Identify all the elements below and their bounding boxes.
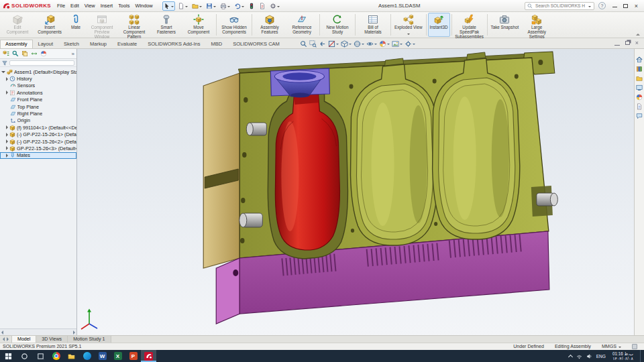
taskbar-solidworks-icon[interactable] [141,350,156,362]
select-cursor-button[interactable] [162,1,175,11]
doc-minimize-icon[interactable] [614,41,620,46]
tree-item-right-plane[interactable]: Right Plane [0,110,76,117]
tab-evaluate[interactable]: Evaluate [112,40,142,48]
tree-item-part-gp-p22-1[interactable]: (-) GP-P22-15-26<1> (Default<<D [0,131,76,138]
taskbar-powerpoint-icon[interactable]: P [125,350,141,362]
hidden-icons-chevron[interactable] [568,354,573,359]
save-button[interactable] [205,1,217,11]
undo-button[interactable] [233,1,246,11]
menu-edit[interactable]: Edit [68,3,82,9]
task-view-button[interactable] [32,350,48,362]
tab-markup[interactable]: Markup [85,40,112,48]
assembly-features-button[interactable]: Assembly Features [254,13,286,37]
language-indicator[interactable]: ENG [596,354,606,359]
taskbar-excel-icon[interactable]: X [110,350,125,362]
displaymanager-tab[interactable] [40,50,47,58]
start-button[interactable] [0,350,16,362]
menu-tools[interactable]: Tools [115,3,132,9]
menu-insert[interactable]: Insert [98,3,115,9]
take-snapshot-button[interactable]: Take Snapshot [489,13,521,37]
tree-item-origin[interactable]: Origin [0,117,76,124]
taskbar-search-button[interactable] [16,350,32,362]
custom-properties-tab[interactable] [636,103,643,110]
network-icon[interactable] [576,353,582,359]
view-orientation-button[interactable] [341,40,352,48]
update-speedpak-button[interactable]: Update SpeedPak Subassemblies [453,13,486,37]
section-view-button[interactable] [328,40,339,48]
tab-assembly[interactable]: Assembly [0,40,33,48]
maximize-button[interactable] [621,1,631,10]
doc-restore-icon[interactable] [625,41,630,45]
zoom-fit-button[interactable] [300,40,307,48]
file-explorer-tab[interactable] [636,74,643,82]
dimxpertmanager-tab[interactable] [30,50,38,58]
tree-item-assembly-root[interactable]: Assem1 (Default<Display State-1>) [0,68,76,75]
tab-solidworks-cam[interactable]: SOLIDWORKS CAM [227,40,285,48]
show-desktop-button[interactable] [640,350,643,362]
new-motion-study-button[interactable]: New Motion Study [321,13,354,37]
featuremanager-tree-tab[interactable] [2,50,9,58]
guide-pin-lower-left[interactable] [239,213,263,227]
new-document-button[interactable] [176,1,189,11]
tree-item-history[interactable]: History [0,75,76,82]
scroll-right-icon[interactable] [73,330,75,335]
close-button[interactable]: × [631,1,641,10]
solidworks-forum-tab[interactable] [636,112,643,119]
mate-button[interactable]: Mate [66,13,86,37]
reference-geometry-button[interactable]: Reference Geometry [286,13,318,37]
doc-close-icon[interactable]: × [635,40,639,46]
appearances-scenes-tab[interactable] [636,93,643,101]
tree-item-front-plane[interactable]: Front Plane [0,97,76,103]
component-preview-window-button[interactable]: Component Preview Window [86,13,118,37]
tab-mbd[interactable]: MBD [206,40,228,48]
previous-view-button[interactable] [319,40,326,48]
rebuild-button[interactable] [247,1,256,11]
options-button[interactable] [268,1,281,11]
help-search-box[interactable] [525,2,594,10]
tab-motion-study-1[interactable]: Motion Study 1 [68,336,111,343]
view-tab-scroll[interactable] [0,336,12,343]
graphics-viewport[interactable] [77,49,634,335]
home-tab[interactable] [636,56,643,63]
tab-3d-views[interactable]: 3D Views [36,336,68,343]
design-library-tab[interactable] [636,65,643,72]
tab-model[interactable]: Model [12,336,36,343]
taskbar-clock[interactable]: 01:16 ب.ظ ۱۴۰۴/۰۶/۰۸ [610,351,636,361]
quick-tips-icon[interactable] [632,344,637,349]
tree-item-part-gp-p22-2[interactable]: (-) GP-P22-15-26<2> (Default<<D [0,138,76,145]
large-assembly-settings-button[interactable]: Large Assembly Settings [521,13,553,37]
help-search-input[interactable] [534,3,586,9]
menu-view[interactable]: View [82,3,98,9]
tree-item-part-gp-p22-3[interactable]: GP-P22-15-26<3> (Default<<Def [0,145,76,152]
apply-scene-button[interactable] [392,40,402,48]
edit-component-button[interactable]: Edit Component [1,13,34,37]
insert-components-button[interactable]: Insert Components [34,13,66,37]
taskbar-word-icon[interactable]: W [95,350,110,362]
view-palette-tab[interactable] [636,84,643,91]
guide-pin-right[interactable] [531,186,558,217]
tree-item-mates[interactable]: Mates [0,152,76,159]
bill-of-materials-button[interactable]: Bill of Materials [357,13,389,37]
tree-item-sensors[interactable]: Sensors [0,82,76,89]
volume-icon[interactable] [586,353,592,359]
search-scope-caret[interactable] [588,6,591,9]
units-selector[interactable]: MMGS [602,344,621,349]
minimize-button[interactable] [610,1,620,10]
print-button[interactable] [219,1,231,11]
linear-component-pattern-button[interactable]: Linear Component Pattern [118,13,150,37]
tree-item-top-plane[interactable]: Top Plane [0,103,76,110]
file-properties-button[interactable] [258,1,267,11]
tab-sketch[interactable]: Sketch [58,40,85,48]
configurationmanager-tab[interactable] [21,50,28,58]
instant3d-button[interactable]: Instant3D [428,13,450,37]
help-button[interactable]: ? [598,2,606,9]
bottom-plate-left-face[interactable] [216,258,239,324]
tab-solidworks-add-ins[interactable]: SOLIDWORKS Add-Ins [142,40,205,48]
menu-file[interactable]: File [54,3,68,9]
assembly-3d-model[interactable] [77,49,634,335]
tree-filter-input[interactable] [9,60,74,66]
taskbar-edge-icon[interactable] [79,350,95,362]
open-button[interactable] [191,1,203,11]
tree-item-part-991104[interactable]: (f) 991104<1> (Default<<Default>_ [0,124,76,131]
taskbar-chrome-icon[interactable] [48,350,64,362]
